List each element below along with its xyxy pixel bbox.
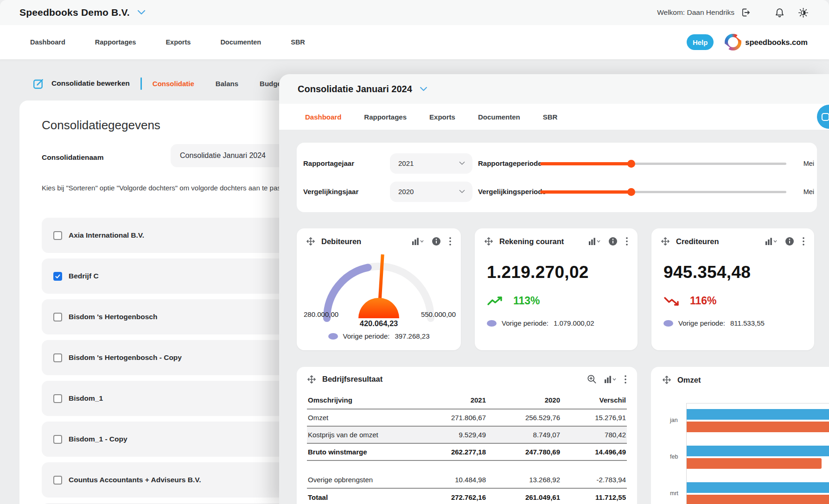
- overlay-tab-rapportages[interactable]: Rapportages: [364, 113, 407, 121]
- logout-button[interactable]: [740, 7, 751, 18]
- report-year-select[interactable]: 2021: [390, 153, 472, 174]
- checkbox[interactable]: [53, 394, 62, 403]
- report-period-slider[interactable]: [540, 159, 786, 168]
- nav-item-documenten[interactable]: Documenten: [220, 38, 261, 46]
- cell: 272.762,16: [413, 488, 487, 504]
- overlay-tab-exports[interactable]: Exports: [429, 113, 455, 121]
- omzet-card: Omzet jan feb mrt: [651, 367, 829, 504]
- cell: 256.529,76: [487, 409, 561, 426]
- edit-button[interactable]: [32, 77, 45, 90]
- menu-button[interactable]: [449, 237, 452, 246]
- debiteuren-gauge: 280.000,00 550.000,00: [309, 248, 448, 325]
- sort-hint-text: Kies bij "Sorteren" optie "Volgorde doch…: [42, 184, 320, 192]
- compare-period-slider[interactable]: [540, 188, 786, 196]
- kebab-icon: [624, 375, 627, 384]
- slider-fill: [540, 162, 631, 165]
- checkbox[interactable]: [53, 353, 62, 362]
- info-button[interactable]: [432, 237, 441, 246]
- gauge-min-label: 280.000,00: [304, 310, 338, 318]
- bar-chart-icon: [605, 375, 616, 384]
- list-item: Axia International B.V.: [42, 218, 301, 253]
- drag-handle[interactable]: [662, 375, 671, 384]
- cell: 262.277,18: [413, 443, 487, 460]
- cell: 261.049,61: [487, 488, 561, 504]
- column-header: 2021: [413, 391, 487, 409]
- subsidiary-list: Axia International B.V. Bedrijf C Bisdom…: [42, 218, 301, 504]
- checkbox[interactable]: [53, 231, 62, 240]
- list-item: Bedrijf C: [42, 258, 301, 294]
- magnifier-plus-icon: [587, 374, 597, 384]
- overlay-tab-sbr[interactable]: SBR: [543, 113, 558, 121]
- drag-handle[interactable]: [484, 237, 493, 246]
- overlay-tab-documenten[interactable]: Documenten: [478, 113, 520, 121]
- menu-button[interactable]: [802, 237, 805, 246]
- chart-type-button[interactable]: [605, 375, 616, 384]
- zoom-button[interactable]: [587, 374, 597, 384]
- company-chevron-icon[interactable]: [137, 10, 146, 15]
- table-header-row: Omschrijving 2021 2020 Verschil: [307, 391, 627, 409]
- chevron-down-icon: [459, 161, 465, 165]
- cell: Overige opbrengsten: [307, 471, 413, 488]
- cell: 271.806,67: [413, 409, 487, 426]
- nav-item-dashboard[interactable]: Dashboard: [30, 38, 65, 46]
- move-icon: [307, 375, 316, 384]
- compare-year-select[interactable]: 2020: [390, 182, 472, 202]
- column-header: Verschil: [561, 391, 627, 409]
- menu-button[interactable]: [624, 375, 627, 384]
- table-row: Overige opbrengsten 10.484,98 13.268,92 …: [307, 471, 627, 488]
- nav-item-exports[interactable]: Exports: [166, 38, 191, 46]
- bedrijfsresultaat-card: Bedrijfsresultaat Omschrijving 2021 2020…: [297, 367, 637, 504]
- nav-item-rapportages[interactable]: Rapportages: [95, 38, 136, 46]
- drag-handle[interactable]: [661, 237, 670, 246]
- company-title: Speedbooks Demo B.V.: [19, 7, 130, 18]
- checkbox[interactable]: [53, 476, 62, 485]
- brand-text: speedbooks.com: [745, 38, 808, 47]
- tab-balans[interactable]: Balans: [216, 80, 238, 88]
- chart-type-button[interactable]: [589, 237, 600, 246]
- trend-down-icon: [663, 296, 682, 307]
- checkbox[interactable]: [53, 435, 62, 444]
- notifications-button[interactable]: [774, 7, 785, 18]
- card-title: Omzet: [677, 376, 829, 384]
- slider-thumb[interactable]: [627, 160, 635, 168]
- cell: Omzet: [307, 409, 413, 426]
- card-title: Crediteuren: [676, 237, 765, 246]
- overlay-tab-dashboard[interactable]: Dashboard: [305, 113, 341, 121]
- compare-year-label: Vergelijkingsjaar: [303, 188, 390, 195]
- checkbox[interactable]: [53, 313, 62, 321]
- brand: speedbooks.com: [725, 34, 808, 50]
- legend-label: Vorige periode:: [502, 319, 548, 327]
- table-row: Bruto winstmarge 262.277,18 247.780,69 1…: [307, 443, 627, 460]
- help-button[interactable]: Help: [687, 34, 714, 50]
- divider: [140, 77, 142, 90]
- info-button[interactable]: [785, 237, 794, 246]
- info-button[interactable]: [608, 237, 618, 246]
- previous-period-legend: Vorige periode: 1.079.000,02: [487, 319, 628, 327]
- card-title: Rekening courant: [499, 237, 589, 246]
- tab-consolidatie[interactable]: Consolidatie: [153, 80, 194, 88]
- rekening-courant-card: Rekening courant 1.219.270,02 113% Vorig…: [475, 228, 638, 350]
- bar-group: mrt: [687, 482, 829, 504]
- overlay-title-chevron-icon[interactable]: [420, 87, 427, 92]
- drag-handle[interactable]: [306, 237, 315, 246]
- gauge-max-label: 550.000,00: [421, 310, 456, 318]
- cell: 247.780,69: [487, 443, 561, 460]
- table-row: Totaal 272.762,16 261.049,61 11.712,55: [307, 488, 627, 504]
- speedbooks-app: { "colors": { "accent_orange": "#f4581d"…: [0, 0, 829, 504]
- chart-type-button[interactable]: [412, 237, 424, 246]
- panel-expand-button[interactable]: [817, 105, 829, 129]
- drag-handle[interactable]: [307, 375, 316, 384]
- table-row: Kostprijs van de omzet 9.529,49 8.749,07…: [307, 426, 627, 443]
- legend-dot-icon: [487, 320, 497, 327]
- list-item: Bisdom 's Hertogenbosch - Copy: [42, 340, 301, 375]
- category-label: jan: [670, 417, 678, 423]
- debiteuren-card: Debiteuren 280.00: [297, 228, 461, 350]
- slider-thumb[interactable]: [627, 188, 635, 196]
- checkbox[interactable]: [53, 272, 62, 281]
- theme-toggle-button[interactable]: [798, 7, 809, 18]
- menu-button[interactable]: [625, 237, 628, 246]
- bar-chart-icon: [412, 237, 424, 246]
- chart-type-button[interactable]: [765, 237, 777, 246]
- nav-item-sbr[interactable]: SBR: [291, 38, 305, 46]
- crediteuren-card: Crediteuren 945.354,48 116% Vorige perio…: [651, 228, 814, 350]
